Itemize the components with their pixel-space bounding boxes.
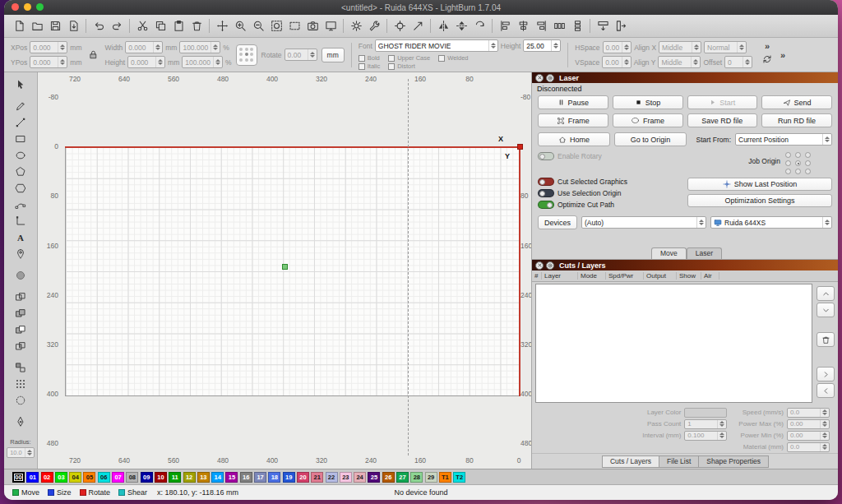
palette-color-20[interactable]: 20 — [297, 472, 309, 483]
column-header-show[interactable]: Show — [677, 272, 701, 280]
polygon-tool-button[interactable] — [11, 164, 30, 179]
distribute-vertical-button[interactable] — [568, 17, 586, 35]
palette-color-00[interactable]: 00 — [12, 472, 25, 483]
select-arrow-button[interactable] — [11, 76, 30, 92]
palette-color-T2[interactable]: T2 — [453, 472, 465, 483]
layer-move-down-button[interactable] — [817, 303, 835, 317]
position-pin-tool-button[interactable] — [11, 246, 30, 261]
palette-color-24[interactable]: 24 — [354, 472, 366, 483]
job-origin-radio[interactable] — [805, 160, 811, 166]
height-percent-input[interactable]: 100.000 — [182, 56, 223, 68]
palette-color-11[interactable]: 11 — [169, 472, 181, 483]
job-origin-radio[interactable] — [795, 169, 801, 174]
anchor-dot[interactable] — [245, 53, 248, 56]
go-to-origin-button[interactable]: Go to Origin — [614, 132, 687, 146]
tab-shape-properties[interactable]: Shape Properties — [698, 455, 769, 468]
palette-color-01[interactable]: 01 — [26, 472, 39, 483]
column-header-layer[interactable]: Layer — [542, 272, 578, 280]
welded-checkbox[interactable]: Welded — [438, 54, 468, 62]
open-file-button[interactable] — [28, 17, 46, 35]
palette-color-06[interactable]: 06 — [98, 472, 110, 483]
close-window-button[interactable] — [12, 3, 19, 11]
laser-panel-close-button[interactable] — [535, 74, 544, 82]
cut-selected-switch[interactable] — [538, 178, 554, 186]
job-origin-radio[interactable] — [785, 160, 791, 166]
hspace-input[interactable]: 0.00 — [603, 41, 632, 53]
stop-button[interactable]: Stop — [613, 95, 683, 109]
job-origin-radio[interactable] — [785, 152, 791, 158]
job-origin-radio[interactable] — [795, 160, 801, 166]
anchor-dot[interactable] — [245, 58, 248, 62]
tab-laser[interactable]: Laser — [687, 247, 722, 259]
optimization-settings-button[interactable]: Optimization Settings — [687, 194, 832, 207]
camera-capture-button[interactable] — [303, 17, 322, 35]
tab-file-list[interactable]: File List — [659, 455, 699, 468]
new-file-button[interactable] — [10, 17, 28, 35]
speed-input[interactable]: 0.0 — [787, 408, 830, 418]
anchor-dot[interactable] — [245, 48, 248, 51]
pass-count-input[interactable]: 1 — [684, 419, 727, 429]
redo-button[interactable] — [108, 17, 126, 35]
toolbar-overflow-chevron[interactable]: » — [780, 51, 785, 59]
cuts-panel-close-button[interactable] — [535, 261, 544, 270]
aspect-lock-button[interactable] — [86, 44, 101, 66]
xpos-input[interactable]: 0.000 — [30, 41, 67, 53]
column-header--[interactable]: # — [532, 272, 542, 280]
palette-color-13[interactable]: 13 — [197, 472, 210, 483]
zoom-out-button[interactable] — [249, 17, 267, 35]
align-right-button[interactable] — [532, 17, 550, 35]
corner-tool-button[interactable] — [11, 213, 30, 229]
mirror-vertical-button[interactable] — [452, 17, 470, 35]
node-edit-tool-button[interactable] — [11, 197, 30, 212]
paste-button[interactable] — [169, 17, 187, 35]
vspace-input[interactable]: 0.00 — [602, 56, 632, 68]
use-selection-origin-toggle[interactable]: Use Selection Origin — [538, 189, 682, 197]
workspace-canvas[interactable]: 72064056048040032024016080 7206405604804… — [38, 72, 531, 469]
move-laser-button[interactable] — [409, 17, 427, 35]
tab-cuts-layers[interactable]: Cuts / Layers — [602, 455, 659, 468]
anchor-point-selector[interactable] — [236, 44, 257, 66]
cuts-panel-gear-button[interactable] — [546, 261, 554, 270]
optimize-cut-path-toggle[interactable]: Optimize Cut Path — [538, 201, 682, 209]
height-input[interactable]: 0.000 — [127, 56, 165, 68]
start-button[interactable]: Start — [687, 95, 758, 109]
palette-color-22[interactable]: 22 — [326, 472, 338, 483]
palette-color-18[interactable]: 18 — [268, 472, 280, 483]
palette-color-27[interactable]: 27 — [396, 472, 409, 483]
boolean-union-tool-button[interactable] — [11, 305, 30, 321]
job-origin-radio[interactable] — [795, 152, 801, 158]
align-center-button[interactable] — [514, 17, 532, 35]
send-button[interactable]: Send — [761, 95, 832, 109]
job-origin-selector[interactable] — [785, 152, 812, 174]
weld-tool-button[interactable] — [11, 289, 30, 304]
save-file-button[interactable] — [46, 17, 64, 35]
palette-color-07[interactable]: 07 — [112, 472, 124, 483]
palette-color-29[interactable]: 29 — [425, 472, 437, 483]
palette-color-16[interactable]: 16 — [240, 472, 252, 483]
align-y-select[interactable]: Middle — [658, 56, 701, 68]
toolbar-overflow-chevron[interactable]: » — [765, 42, 770, 50]
delete-button[interactable] — [187, 17, 206, 35]
anchor-dot[interactable] — [239, 48, 243, 51]
layer-delete-button[interactable] — [817, 332, 835, 347]
layer-move-up-button[interactable] — [817, 286, 835, 301]
palette-color-26[interactable]: 26 — [382, 472, 395, 483]
device-select[interactable]: Ruida 644XS — [710, 216, 832, 229]
undo-button[interactable] — [90, 17, 108, 35]
rotate-input[interactable]: 0.00 — [285, 49, 317, 61]
home-button[interactable]: Home — [538, 132, 610, 146]
anchor-dot[interactable] — [250, 58, 253, 62]
boolean-subtract-tool-button[interactable] — [11, 321, 30, 337]
align-x-select[interactable]: Middle — [659, 41, 701, 53]
palette-color-23[interactable]: 23 — [340, 472, 352, 483]
copy-button[interactable] — [151, 17, 169, 35]
palette-color-10[interactable]: 10 — [155, 472, 167, 483]
text-tool-button[interactable]: A — [11, 229, 30, 245]
rectangle-tool-button[interactable] — [11, 131, 30, 146]
pause-button[interactable]: Pause — [538, 95, 608, 109]
palette-color-08[interactable]: 08 — [126, 472, 138, 483]
palette-color-12[interactable]: 12 — [183, 472, 196, 483]
job-origin-radio[interactable] — [805, 152, 811, 158]
palette-color-15[interactable]: 15 — [225, 472, 238, 483]
device-settings-button[interactable] — [365, 17, 383, 35]
